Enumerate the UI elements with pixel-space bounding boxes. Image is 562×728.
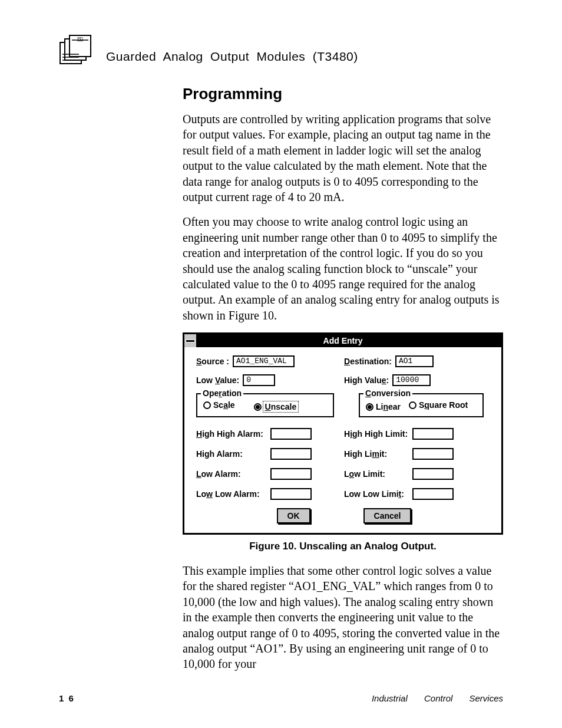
source-label: Source :: [196, 357, 229, 366]
page-footer: 1 6 Industrial Control Services: [59, 693, 503, 703]
low-value-input[interactable]: 0: [243, 374, 275, 386]
high-high-alarm-input[interactable]: [270, 428, 312, 440]
low-limit-input[interactable]: [412, 468, 454, 480]
high-value-input[interactable]: 10000: [392, 374, 431, 386]
scale-radio[interactable]: Scale: [203, 400, 235, 410]
figure-caption: Figure 10. Unscaling an Analog Output.: [183, 541, 503, 552]
conversion-legend: Conversion: [363, 388, 412, 398]
high-value-label: High Value:: [344, 375, 389, 385]
square-root-radio[interactable]: Square Root: [409, 400, 468, 410]
high-limit-label: High Limit:: [344, 449, 409, 459]
body-paragraph: Outputs are controlled by writing applic…: [183, 111, 503, 205]
linear-radio[interactable]: Linear: [366, 402, 401, 411]
destination-label: Destination:: [344, 357, 392, 366]
dialog-titlebar: Add Entry: [184, 334, 501, 347]
high-limit-input[interactable]: [412, 448, 454, 460]
low-low-alarm-label: Low Low Alarm:: [196, 489, 267, 499]
document-stack-icon: PD: [59, 34, 94, 65]
low-low-limit-label: Low Low Limit:: [344, 489, 409, 499]
ok-button[interactable]: OK: [277, 508, 310, 523]
page-number: 1 6: [59, 693, 75, 703]
unscale-radio[interactable]: Unscale: [254, 402, 298, 411]
low-low-alarm-input[interactable]: [270, 488, 312, 500]
high-high-limit-label: High High Limit:: [344, 429, 409, 439]
cancel-button[interactable]: Cancel: [363, 508, 412, 523]
high-alarm-label: High Alarm:: [196, 449, 267, 459]
high-high-alarm-label: High High Alarm:: [196, 429, 267, 439]
section-heading: Programming: [183, 85, 503, 103]
page-header: PD Guarded Analog Output Modules (T3480): [59, 34, 503, 65]
destination-input[interactable]: AO1: [395, 355, 434, 367]
footer-service-line: Industrial Control Services: [372, 693, 503, 703]
dialog-title: Add Entry: [197, 336, 501, 345]
low-limit-label: Low Limit:: [344, 469, 409, 479]
source-input[interactable]: AO1_ENG_VAL: [233, 355, 295, 367]
operation-legend: Operation: [201, 388, 243, 398]
body-paragraph: This example implies that some other con…: [183, 563, 503, 672]
running-title: Guarded Analog Output Modules (T3480): [106, 50, 358, 65]
alarm-limit-grid: High High Alarm: High High Limit: High A…: [196, 428, 492, 500]
operation-group: Operation Scale Unscale: [196, 393, 334, 417]
high-alarm-input[interactable]: [270, 448, 312, 460]
conversion-group: Conversion Linear Square Root: [359, 393, 484, 417]
low-alarm-input[interactable]: [270, 468, 312, 480]
low-value-label: Low Value:: [196, 375, 239, 385]
add-entry-dialog: Add Entry Source : AO1_ENG_VAL Destinati…: [183, 332, 503, 535]
system-menu-icon[interactable]: [184, 334, 197, 347]
high-high-limit-input[interactable]: [412, 428, 454, 440]
body-paragraph: Often you may choose to write analog con…: [183, 214, 503, 323]
low-low-limit-input[interactable]: [412, 488, 454, 500]
svg-text:PD: PD: [77, 37, 83, 41]
low-alarm-label: Low Alarm:: [196, 469, 267, 479]
